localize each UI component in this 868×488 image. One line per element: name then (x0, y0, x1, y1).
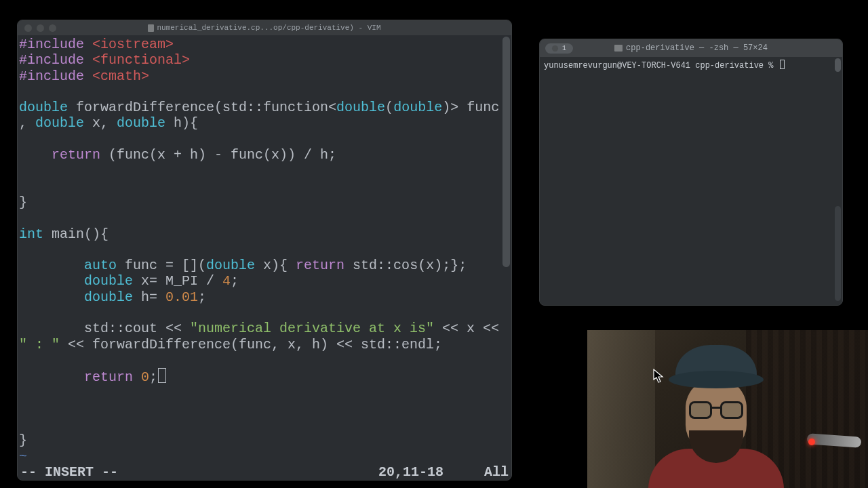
code-text: )> func (442, 100, 499, 115)
code-text: h){ (165, 115, 198, 131)
number: 4 (222, 273, 231, 289)
editor-title-text: numerical_derivative.cp...op/cpp-derivat… (157, 24, 380, 32)
code-text (133, 369, 141, 385)
code-text: x= M_PI / (133, 273, 222, 289)
include-header: <functional> (84, 52, 190, 68)
type-kw: double (117, 115, 165, 131)
glasses-bridge (712, 407, 720, 409)
number: 0.01 (165, 289, 198, 305)
type-kw: double (19, 273, 133, 289)
code-text: ; (149, 369, 157, 385)
window-controls (18, 24, 56, 32)
code-text: << forwardDifference(func, x, h) << std:… (60, 337, 442, 352)
code-text: , (19, 115, 35, 131)
close-icon[interactable] (24, 24, 32, 32)
terminal-scrollbar[interactable] (835, 58, 841, 72)
terminal-titlebar[interactable]: 1 cpp-derivative — -zsh — 57×24 (540, 39, 842, 57)
terminal-prompt: yunusemrevurgun@VEY-TORCH-V641 cpp-deriv… (544, 61, 778, 70)
return-kw: return (296, 258, 344, 273)
include-header: <cmath> (84, 68, 149, 84)
person-glasses (689, 401, 743, 420)
type-kw: double (206, 258, 255, 273)
code-text: h= (133, 289, 165, 305)
type-kw: double (393, 100, 442, 115)
editor-scrollbar[interactable] (502, 37, 510, 267)
mic-indicator-icon (808, 439, 815, 445)
vim-mode: -- INSERT -- (20, 464, 118, 480)
vim-status-line: -- INSERT -- 20,11-18 All (18, 464, 511, 480)
type-kw: int (19, 226, 43, 242)
include-kw: #include (19, 68, 84, 84)
code-text: forwardDifference(std::function< (68, 100, 336, 115)
code-text: (func(x + h) - func(x)) / h; (100, 147, 336, 163)
terminal-scrollbar-track[interactable] (835, 206, 841, 301)
webcam-person (635, 337, 791, 488)
terminal-tab[interactable]: 1 (545, 43, 573, 54)
code-text: ; (198, 289, 206, 305)
include-header: <iostream> (84, 37, 174, 52)
terminal-window: 1 cpp-derivative — -zsh — 57×24 yunusemr… (539, 39, 843, 306)
code-text: ; (231, 273, 239, 289)
vim-scroll-pct: All (484, 464, 509, 480)
code-text: std::cos(x);}; (344, 258, 467, 273)
code-text: << x << (434, 321, 507, 336)
editor-titlebar[interactable]: numerical_derivative.cp...op/cpp-derivat… (18, 20, 511, 35)
code-text: } (19, 195, 27, 210)
return-kw: return (19, 147, 100, 163)
code-text: } (19, 432, 27, 448)
document-icon (148, 24, 154, 32)
type-kw: double (336, 100, 385, 115)
webcam-feed (587, 330, 868, 488)
code-text: main(){ (43, 226, 108, 242)
terminal-title: cpp-derivative — -zsh — 57×24 (540, 43, 842, 53)
lens-right (720, 401, 743, 419)
folder-icon (614, 45, 623, 52)
tab-count: 1 (562, 45, 566, 52)
return-kw: return (19, 369, 133, 385)
person-cap-brim (669, 371, 764, 388)
code-text: ( (385, 100, 393, 115)
tab-dot-icon (552, 45, 558, 52)
minimize-icon[interactable] (37, 24, 44, 32)
type-kw: double (19, 289, 133, 305)
vim-cursor-pos: 20,11-18 (378, 464, 484, 480)
terminal-body[interactable]: yunusemrevurgun@VEY-TORCH-V641 cpp-deriv… (540, 57, 842, 305)
vim-editor-window: numerical_derivative.cp...op/cpp-derivat… (17, 20, 512, 481)
code-area[interactable]: #include <iostream> #include <functional… (18, 35, 511, 464)
type-kw: double (35, 115, 84, 131)
code-text: std::cout << (19, 321, 190, 336)
zoom-icon[interactable] (49, 24, 56, 32)
editor-body[interactable]: #include <iostream> #include <functional… (18, 35, 511, 480)
code-text: x, (84, 115, 117, 131)
editor-title: numerical_derivative.cp...op/cpp-derivat… (18, 24, 511, 32)
code-text: x){ (255, 258, 296, 273)
string-literal: " : " (19, 337, 60, 352)
lens-left (689, 401, 712, 419)
string-literal: "numerical derivative at x is" (190, 321, 434, 336)
code-text: func = []( (117, 258, 206, 273)
type-kw: double (19, 100, 68, 115)
terminal-cursor (780, 60, 785, 69)
terminal-title-text: cpp-derivative — -zsh — 57×24 (626, 43, 768, 53)
type-kw: auto (19, 258, 117, 273)
include-kw: #include (19, 37, 84, 52)
vim-tilde: ~ (19, 449, 27, 464)
include-kw: #include (19, 52, 84, 68)
text-cursor (158, 368, 166, 383)
number: 0 (141, 369, 149, 385)
